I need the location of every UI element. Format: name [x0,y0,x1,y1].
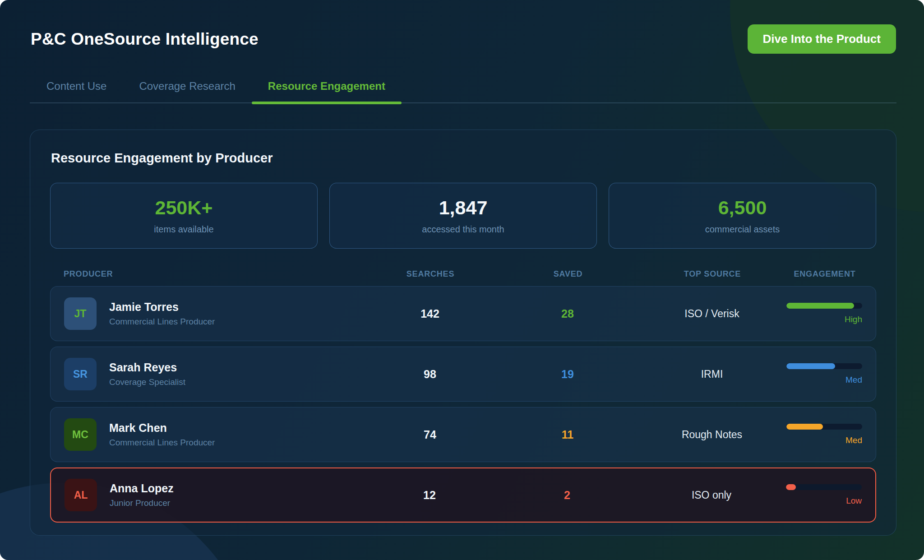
stat-card-commercial-assets: 6,500 commercial assets [609,183,876,249]
producer-name: Mark Chen [109,421,215,435]
saved-value: 2 [497,489,637,502]
stat-card-row: 250K+ items available 1,847 accessed thi… [50,183,876,249]
column-header-searches: SEARCHES [363,269,498,279]
table-row[interactable]: AL Anna Lopez Junior Producer 12 2 ISO o… [50,467,876,523]
engagement-bar-fill [786,363,835,369]
dive-into-product-button[interactable]: Dive Into the Product [748,24,896,54]
engagement-bar-fill [786,303,854,309]
engagement-cell: Low [786,484,862,506]
engagement-cell: Med [786,363,862,385]
stat-value: 250K+ [155,197,213,219]
top-source-value: IRMI [638,368,786,380]
producer-cell: JT Jamie Torres Commercial Lines Produce… [64,297,362,330]
producer-table-body: JT Jamie Torres Commercial Lines Produce… [50,286,876,523]
engagement-level-label: Med [845,375,862,385]
stat-label: items available [154,224,213,235]
stat-label: accessed this month [422,224,504,235]
producer-identity: Anna Lopez Junior Producer [110,482,174,508]
engagement-level-label: Med [845,435,862,445]
producer-identity: Mark Chen Commercial Lines Producer [109,421,215,448]
producer-role: Junior Producer [110,498,174,508]
saved-value: 11 [498,428,638,441]
producer-role: Coverage Specialist [109,377,185,387]
tab-coverage-research[interactable]: Coverage Research [123,74,251,102]
column-header-producer: PRODUCER [64,269,363,279]
engagement-bar-track [786,303,862,309]
producer-role: Commercial Lines Producer [109,317,215,327]
app-header: P&C OneSource Intelligence Dive Into the… [0,0,924,54]
top-source-value: ISO / Verisk [638,308,786,320]
producer-cell: SR Sarah Reyes Coverage Specialist [64,358,362,390]
stat-card-items-available: 250K+ items available [50,183,318,249]
dashboard-screen: P&C OneSource Intelligence Dive Into the… [0,0,924,560]
engagement-level-label: High [845,315,862,324]
avatar: MC [64,418,97,451]
table-header-row: PRODUCER SEARCHES SAVED TOP SOURCE ENGAG… [50,269,876,279]
table-row[interactable]: MC Mark Chen Commercial Lines Producer 7… [50,407,876,462]
table-row[interactable]: JT Jamie Torres Commercial Lines Produce… [50,286,876,341]
column-header-saved: SAVED [498,269,638,279]
searches-value: 98 [362,368,498,381]
stat-value: 6,500 [718,197,767,219]
avatar: JT [64,297,97,330]
producer-name: Jamie Torres [109,301,215,314]
producer-identity: Jamie Torres Commercial Lines Producer [109,301,215,327]
saved-value: 19 [498,368,638,381]
stat-value: 1,847 [439,197,488,219]
tab-bar: Content Use Coverage Research Resource E… [30,74,896,103]
engagement-bar-track [786,363,862,369]
page-title: P&C OneSource Intelligence [31,30,259,49]
panel-title: Resource Engagement by Producer [51,151,876,166]
searches-value: 12 [362,489,497,502]
saved-value: 28 [498,307,638,320]
producer-role: Commercial Lines Producer [109,438,215,448]
producer-name: Anna Lopez [110,482,174,495]
searches-value: 142 [362,307,498,320]
engagement-cell: High [786,303,862,324]
engagement-bar-track [786,424,862,430]
table-row[interactable]: SR Sarah Reyes Coverage Specialist 98 19… [50,347,876,402]
engagement-bar-track [786,484,862,490]
producer-name: Sarah Reyes [109,361,185,374]
avatar: AL [65,479,97,511]
avatar: SR [64,358,97,390]
top-source-value: Rough Notes [638,429,786,441]
producer-identity: Sarah Reyes Coverage Specialist [109,361,185,387]
tab-content-use[interactable]: Content Use [30,74,123,102]
tab-resource-engagement[interactable]: Resource Engagement [252,74,402,102]
producer-cell: AL Anna Lopez Junior Producer [65,479,362,511]
producer-cell: MC Mark Chen Commercial Lines Producer [64,418,362,451]
engagement-bar-fill [786,484,796,490]
top-source-value: ISO only [637,489,786,501]
resource-engagement-panel: Resource Engagement by Producer 250K+ it… [30,130,896,536]
engagement-level-label: Low [846,496,862,506]
stat-card-accessed-this-month: 1,847 accessed this month [329,183,597,249]
engagement-bar-fill [786,424,823,430]
searches-value: 74 [362,428,498,441]
stat-label: commercial assets [705,224,780,235]
engagement-cell: Med [786,424,862,445]
column-header-top-source: TOP SOURCE [638,269,787,279]
column-header-engagement: ENGAGEMENT [787,269,863,279]
